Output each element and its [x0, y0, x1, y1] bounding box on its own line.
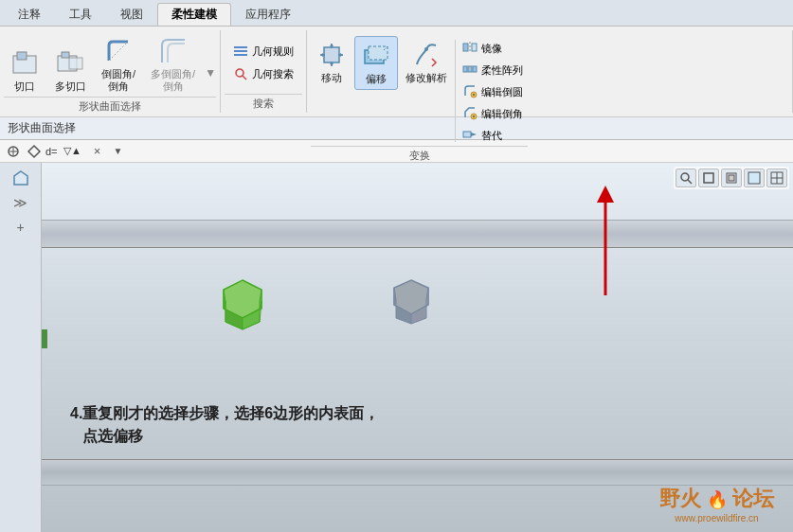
group-expand-icon[interactable]: ▼: [205, 66, 216, 80]
shapes-group-label: 形状曲面选择: [4, 97, 216, 114]
ribbon-tabs: 注释 工具 视图 柔性建模 应用程序: [0, 0, 793, 27]
replace-label: 替代: [481, 129, 502, 143]
mini-box1-btn[interactable]: [698, 168, 719, 187]
left-panel-btn-1[interactable]: [6, 167, 36, 189]
geom-search-label: 几何搜索: [252, 67, 294, 81]
mini-box3-btn[interactable]: [744, 168, 765, 187]
toolbar-delta[interactable]: ▽▲: [60, 142, 86, 161]
svg-rect-17: [463, 66, 467, 72]
left-panel-btn-3[interactable]: +: [6, 216, 36, 239]
mini-search-btn[interactable]: [676, 168, 696, 187]
toolbar-icon-2[interactable]: [25, 142, 44, 161]
edit-chamfer-button[interactable]: 编辑倒角: [458, 103, 528, 124]
main-area: ≫ +: [0, 163, 793, 532]
toolbar-icon-1[interactable]: [4, 142, 23, 161]
fillet-button[interactable]: 倒圆角/倒角: [96, 32, 141, 97]
offset-icon: [361, 41, 391, 71]
ribbon-content: 切口 多切口: [0, 27, 793, 116]
left-panel: ≫ +: [0, 163, 42, 532]
fillet-label: 倒圆角/倒角: [101, 68, 135, 93]
svg-rect-45: [729, 175, 734, 181]
svg-rect-43: [704, 173, 713, 183]
geom-search-icon: [233, 66, 248, 83]
replace-icon: [462, 127, 478, 144]
svg-point-8: [236, 69, 243, 77]
svg-line-9: [243, 76, 246, 80]
watermark-title: 野火 🔥 论坛: [659, 485, 774, 513]
flex-array-icon: [462, 62, 478, 79]
move-label: 移动: [321, 72, 342, 84]
svg-rect-5: [234, 46, 247, 48]
tab-tools[interactable]: 工具: [55, 3, 106, 26]
geom-search-button[interactable]: 几何搜索: [228, 64, 298, 85]
modify-icon: [411, 40, 442, 70]
svg-rect-14: [463, 44, 468, 51]
metal-bar-top: [42, 220, 793, 248]
modify-label: 修改解析: [406, 72, 447, 84]
geom-rule-label: 几何规则: [252, 44, 294, 59]
multifillet-button[interactable]: 多倒圆角/倒角: [145, 32, 201, 97]
hex-gray[interactable]: [383, 276, 432, 322]
hex-green[interactable]: [212, 276, 269, 328]
svg-rect-4: [69, 58, 82, 69]
mirror-icon: [462, 40, 478, 57]
move-button[interactable]: 移动: [311, 36, 352, 88]
edit-chamfer-icon: [462, 105, 478, 122]
svg-line-42: [688, 180, 692, 184]
mini-box4-btn[interactable]: [766, 168, 787, 187]
edit-fillet-icon: [462, 83, 478, 100]
svg-rect-6: [234, 50, 247, 52]
mini-toolbar: [674, 167, 789, 189]
svg-rect-10: [324, 47, 339, 62]
cut-label: 切口: [14, 80, 35, 93]
multicut-icon: [56, 48, 86, 79]
mirror-label: 镜像: [481, 42, 502, 56]
annotation-line2: 点选偏移: [70, 428, 143, 444]
svg-point-41: [681, 173, 689, 181]
modify-button[interactable]: 修改解析: [400, 36, 453, 88]
ribbon-group-shapes: 切口 多切口: [0, 30, 221, 113]
cut-icon: [9, 48, 40, 79]
flex-array-label: 柔性阵列: [481, 63, 523, 78]
metal-bar-bottom: [42, 459, 793, 486]
svg-rect-26: [463, 132, 471, 137]
multifillet-icon: [158, 36, 189, 66]
cut-button[interactable]: 切口: [4, 44, 45, 97]
move-icon: [316, 40, 347, 70]
ribbon-group-transform: 移动 偏移: [307, 30, 793, 113]
shape-bar-label: 形状曲面选择: [8, 120, 76, 136]
flex-array-button[interactable]: 柔性阵列: [458, 60, 528, 80]
transform-group-label: 变换: [311, 146, 528, 163]
tab-flex-modeling[interactable]: 柔性建模: [157, 3, 231, 26]
svg-marker-30: [28, 146, 40, 157]
ribbon-group-search: 几何规则 几何搜索 搜索: [221, 30, 307, 113]
tab-view[interactable]: 视图: [106, 3, 157, 26]
svg-point-13: [424, 47, 428, 51]
svg-rect-1: [17, 52, 27, 60]
edit-fillet-button[interactable]: 编辑倒圆: [458, 81, 528, 102]
multicut-button[interactable]: 多切口: [49, 44, 92, 97]
edit-chamfer-label: 编辑倒角: [481, 107, 523, 121]
svg-rect-18: [468, 66, 472, 72]
offset-button[interactable]: 偏移: [354, 36, 398, 90]
mirror-button[interactable]: 镜像: [458, 38, 528, 59]
geom-rule-button[interactable]: 几何规则: [228, 42, 298, 62]
left-panel-btn-2[interactable]: ≫: [6, 191, 36, 214]
annotation-line1: 4.重复刚才的选择步骤，选择6边形的内表面，: [70, 405, 379, 421]
watermark: 野火 🔥 论坛 www.proewildfire.cn: [659, 485, 774, 523]
toolbar-more[interactable]: ▼: [109, 142, 128, 161]
replace-button[interactable]: 替代: [458, 125, 528, 146]
toolbar-close[interactable]: ×: [88, 142, 107, 161]
svg-marker-40: [597, 186, 614, 203]
watermark-subtitle: www.proewildfire.cn: [659, 513, 774, 523]
svg-rect-46: [748, 172, 760, 184]
offset-label: 偏移: [366, 73, 387, 85]
svg-rect-3: [62, 52, 69, 58]
svg-rect-15: [472, 44, 477, 51]
tab-applications[interactable]: 应用程序: [231, 3, 305, 26]
tab-annotation[interactable]: 注释: [4, 3, 55, 26]
fillet-icon: [103, 36, 134, 66]
red-arrow: [591, 182, 610, 295]
svg-rect-12: [369, 46, 387, 60]
mini-box2-btn[interactable]: [721, 168, 742, 187]
